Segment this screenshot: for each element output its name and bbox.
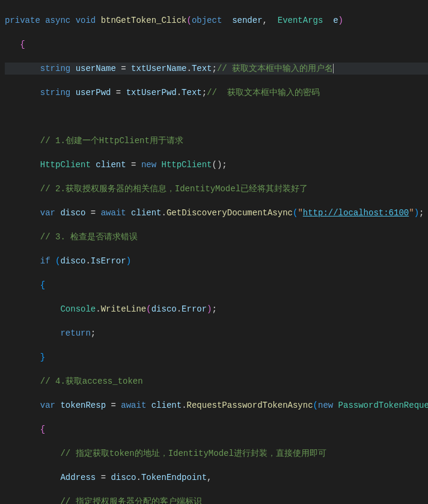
- code-line: if (disco.IsError): [5, 255, 428, 267]
- code-line: // 4.获取access_token: [5, 375, 428, 387]
- code-line: // 指定获取token的地址，IdentityModel进行封装，直接使用即可: [5, 447, 428, 459]
- code-line: Address = disco.TokenEndpoint,: [5, 472, 428, 484]
- code-line: private async void btnGetToken_Click(obj…: [5, 14, 428, 26]
- code-line: Console.WriteLine(disco.Error);: [5, 303, 428, 315]
- code-line: // 3. 检查是否请求错误: [5, 231, 428, 243]
- code-line: return;: [5, 327, 428, 339]
- code-line-highlight: string userName = txtUserName.Text;// 获取…: [5, 63, 428, 75]
- code-line: string userPwd = txtUserPwd.Text;// 获取文本…: [5, 87, 428, 99]
- code-line: var tokenResp = await client.RequestPass…: [5, 399, 428, 411]
- code-line: {: [5, 38, 428, 51]
- code-line: {: [5, 279, 428, 291]
- code-editor[interactable]: private async void btnGetToken_Click(obj…: [0, 0, 428, 504]
- code-line: [5, 111, 428, 123]
- code-line: // 1.创建一个HttpClient用于请求: [5, 135, 428, 147]
- code-line: // 指定授权服务器分配的客户端标识: [5, 496, 428, 504]
- code-line: // 2.获取授权服务器的相关信息，IdentityModel已经将其封装好了: [5, 183, 428, 195]
- code-line: HttpClient client = new HttpClient();: [5, 159, 428, 171]
- code-line: {: [5, 423, 428, 435]
- code-line: var disco = await client.GetDiscoveryDoc…: [5, 207, 428, 219]
- url-link[interactable]: http://localhost:6100: [303, 208, 409, 218]
- code-line: }: [5, 351, 428, 363]
